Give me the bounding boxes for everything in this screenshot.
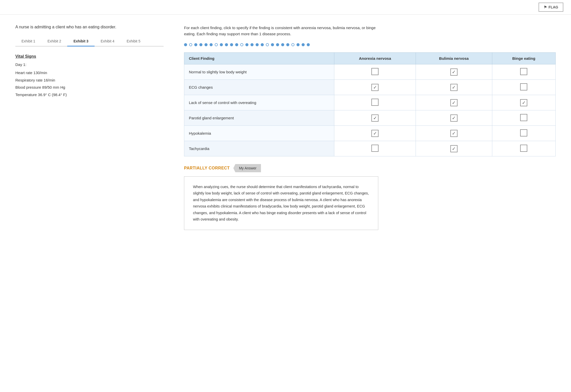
table-row: Lack of sense of control with overeating…	[184, 95, 556, 110]
tab-exhibit-2[interactable]: Exhibit 2	[41, 37, 67, 47]
table-row: Parotid gland enlargement✓✓	[184, 110, 556, 126]
finding-cell-4: Hypokalemia	[184, 126, 334, 141]
anorexia-checkbox-cell-1[interactable]: ✓	[334, 80, 416, 95]
progress-dot-21	[286, 43, 289, 46]
finding-cell-0: Normal to slightly low body weight	[184, 64, 334, 80]
bulimia-checkbox-cell-1[interactable]: ✓	[416, 80, 492, 95]
vital-sign-item: Respiratory rate 16/min	[15, 77, 164, 84]
table-row: Hypokalemia✓✓	[184, 126, 556, 141]
result-header: PARTIALLY CORRECT My Answer	[184, 164, 556, 172]
flag-button[interactable]: ⚑ FLAG	[539, 3, 563, 12]
progress-dot-23	[296, 43, 300, 46]
binge-checkbox-cell-2[interactable]: ✓	[492, 95, 555, 110]
anorexia-checkbox-cell-3[interactable]: ✓	[334, 110, 416, 126]
binge-checkbox-cell-1[interactable]	[492, 80, 555, 95]
explanation-text: When analyzing cues, the nurse should de…	[193, 184, 369, 223]
anorexia-checkbox-1[interactable]: ✓	[371, 84, 379, 91]
anorexia-checkbox-3[interactable]: ✓	[371, 114, 379, 122]
result-section: PARTIALLY CORRECT My Answer When analyzi…	[184, 164, 556, 230]
progress-dot-13	[245, 43, 248, 46]
bulimia-checkbox-1[interactable]: ✓	[450, 84, 458, 91]
anorexia-checkbox-0[interactable]	[371, 68, 379, 75]
binge-checkbox-cell-3[interactable]	[492, 110, 555, 126]
col-binge-header: Binge eating	[492, 53, 555, 64]
finding-cell-5: Tachycardia	[184, 141, 334, 156]
anorexia-checkbox-cell-5[interactable]	[334, 141, 416, 156]
tabs-container: Exhibit 1Exhibit 2Exhibit 3Exhibit 4Exhi…	[15, 37, 164, 47]
table-row: Normal to slightly low body weight✓	[184, 64, 556, 80]
binge-checkbox-5[interactable]	[520, 145, 527, 152]
progress-dot-3	[194, 43, 197, 46]
progress-dot-19	[276, 43, 279, 46]
vital-sign-item: Blood pressure 89/50 mm Hg	[15, 84, 164, 91]
progress-dot-7	[215, 43, 218, 46]
progress-dot-6	[210, 43, 213, 46]
vital-signs-day: Day 1:	[15, 62, 164, 67]
tab-exhibit-5[interactable]: Exhibit 5	[120, 37, 146, 47]
bulimia-checkbox-cell-2[interactable]: ✓	[416, 95, 492, 110]
progress-dot-10	[230, 43, 233, 46]
vital-sign-item: Temperature 36.9° C (98.4° F)	[15, 91, 164, 99]
progress-dots	[184, 43, 556, 46]
binge-checkbox-0[interactable]	[520, 68, 527, 75]
vital-signs-section: Vital Signs Day 1: Heart rate 130/minRes…	[15, 54, 164, 98]
progress-dot-16	[261, 43, 264, 46]
flag-label: FLAG	[549, 5, 558, 9]
binge-checkbox-4[interactable]	[520, 129, 527, 136]
bulimia-checkbox-0[interactable]: ✓	[450, 68, 458, 76]
anorexia-checkbox-cell-2[interactable]	[334, 95, 416, 110]
left-panel: A nurse is admitting a client who has an…	[15, 25, 164, 230]
bulimia-checkbox-cell-4[interactable]: ✓	[416, 126, 492, 141]
vital-signs-list: Heart rate 130/minRespiratory rate 16/mi…	[15, 69, 164, 98]
anorexia-checkbox-2[interactable]	[371, 99, 379, 106]
anorexia-checkbox-4[interactable]: ✓	[371, 130, 379, 137]
finding-cell-1: ECG changes	[184, 80, 334, 95]
col-finding-header: Client Finding	[184, 53, 334, 64]
flag-icon: ⚑	[544, 5, 547, 9]
progress-dot-11	[235, 43, 238, 46]
col-bulimia-header: Bulimia nervosa	[416, 53, 492, 64]
progress-dot-9	[225, 43, 228, 46]
binge-checkbox-3[interactable]	[520, 114, 527, 121]
progress-dot-20	[281, 43, 284, 46]
progress-dot-24	[302, 43, 305, 46]
progress-dot-4	[199, 43, 202, 46]
my-answer-button[interactable]: My Answer	[233, 164, 261, 172]
tab-exhibit-4[interactable]: Exhibit 4	[95, 37, 121, 47]
right-panel: For each client finding, click to specif…	[184, 25, 556, 230]
table-row: ECG changes✓✓	[184, 80, 556, 95]
bulimia-checkbox-5[interactable]: ✓	[450, 145, 458, 152]
tab-exhibit-3[interactable]: Exhibit 3	[67, 37, 94, 47]
bulimia-checkbox-cell-3[interactable]: ✓	[416, 110, 492, 126]
bulimia-checkbox-4[interactable]: ✓	[450, 130, 458, 137]
bulimia-checkbox-cell-0[interactable]: ✓	[416, 64, 492, 80]
progress-dot-18	[271, 43, 274, 46]
binge-checkbox-cell-5[interactable]	[492, 141, 555, 156]
bulimia-checkbox-cell-5[interactable]: ✓	[416, 141, 492, 156]
anorexia-checkbox-cell-4[interactable]: ✓	[334, 126, 416, 141]
anorexia-checkbox-5[interactable]	[371, 145, 379, 152]
progress-dot-2	[189, 43, 192, 46]
vital-sign-item: Heart rate 130/min	[15, 69, 164, 77]
result-label: PARTIALLY CORRECT	[184, 166, 230, 170]
anorexia-checkbox-cell-0[interactable]	[334, 64, 416, 80]
binge-checkbox-cell-4[interactable]	[492, 126, 555, 141]
binge-checkbox-cell-0[interactable]	[492, 64, 555, 80]
progress-dot-22	[291, 43, 294, 46]
scenario-text: A nurse is admitting a client who has an…	[15, 25, 164, 29]
bulimia-checkbox-2[interactable]: ✓	[450, 99, 458, 106]
progress-dot-8	[220, 43, 223, 46]
progress-dot-15	[256, 43, 259, 46]
table-row: Tachycardia✓	[184, 141, 556, 156]
progress-dot-12	[240, 43, 243, 46]
progress-dot-1	[184, 43, 187, 46]
finding-cell-2: Lack of sense of control with overeating	[184, 95, 334, 110]
progress-dot-17	[266, 43, 269, 46]
tab-exhibit-1[interactable]: Exhibit 1	[15, 37, 41, 47]
instructions-text: For each client finding, click to specif…	[184, 25, 378, 37]
binge-checkbox-1[interactable]	[520, 83, 527, 90]
bulimia-checkbox-3[interactable]: ✓	[450, 114, 458, 122]
progress-dot-14	[250, 43, 254, 46]
binge-checkbox-2[interactable]: ✓	[520, 99, 527, 106]
explanation-box: When analyzing cues, the nurse should de…	[184, 176, 378, 230]
